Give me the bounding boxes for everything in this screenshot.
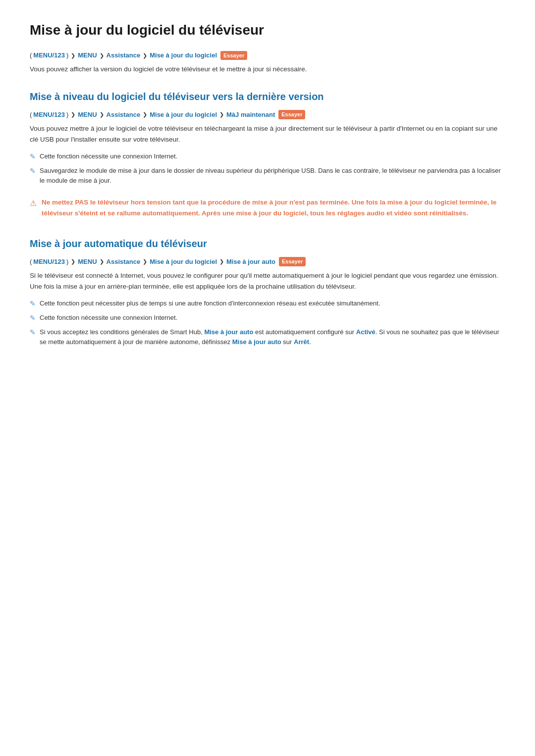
essayer-badge-s2: Essayer: [279, 257, 306, 266]
note3-link2: Activé: [356, 328, 375, 336]
note-text-2: Sauvegardez le module de mise à jour dan…: [40, 166, 505, 185]
pencil-icon-2: ✎: [30, 166, 36, 176]
breadcrumb-menu-num: MENU/123: [33, 50, 65, 60]
section1: Mise à niveau du logiciel du téléviseur …: [30, 89, 505, 224]
note-item: ✎ Cette fonction nécessite une connexion…: [30, 151, 505, 162]
section2-intro: Si le téléviseur est connecté à Internet…: [30, 270, 505, 292]
bc1-arrow1: ❯: [71, 110, 75, 119]
note3-link1: Mise à jour auto: [204, 328, 253, 336]
note3-end-before: sur: [281, 338, 294, 346]
note-item: ✎ Cette fonction peut nécessiter plus de…: [30, 299, 505, 309]
bc1-suffix: ): [66, 110, 68, 120]
pencil-icon-s2-3: ✎: [30, 327, 36, 338]
breadcrumb-assistance: Assistance: [107, 50, 141, 60]
note3-middle: est automatiquement configuré sur: [253, 328, 356, 336]
section2-notes: ✎ Cette fonction peut nécessiter plus de…: [30, 299, 505, 347]
breadcrumb-arrow3: ❯: [143, 51, 147, 60]
note3-before: Si vous acceptez les conditions générale…: [40, 328, 204, 336]
breadcrumb-arrow2: ❯: [100, 51, 104, 60]
bc1-arrow3: ❯: [143, 110, 147, 119]
warning-icon: ⚠: [30, 198, 37, 209]
section1-notes: ✎ Cette fonction nécessite une connexion…: [30, 151, 505, 185]
bc1-assistance: Assistance: [107, 110, 141, 120]
bc1-prefix: (: [30, 110, 32, 120]
section1-title: Mise à niveau du logiciel du téléviseur …: [30, 89, 505, 104]
bc2-arrow3: ❯: [143, 257, 147, 266]
bc2-arrow1: ❯: [71, 257, 75, 266]
bc2-prefix: (: [30, 257, 32, 267]
bc2-logiciel: Mise à jour du logiciel: [150, 257, 217, 267]
pencil-icon-1: ✎: [30, 151, 36, 162]
note-text-s2-2: Cette fonction nécessite une connexion I…: [40, 313, 177, 323]
bc2-assistance: Assistance: [107, 257, 141, 267]
breadcrumb-menu: MENU: [78, 50, 97, 60]
breadcrumb-section2: ( MENU/123 ) ❯ MENU ❯ Assistance ❯ Mise …: [30, 257, 505, 267]
page-intro: Vous pouvez afficher la version du logic…: [30, 64, 505, 74]
bc2-arrow4: ❯: [219, 257, 224, 266]
note-item: ✎ Sauvegardez le module de mise à jour d…: [30, 166, 505, 185]
breadcrumb-section1: ( MENU/123 ) ❯ MENU ❯ Assistance ❯ Mise …: [30, 110, 505, 120]
essayer-badge-s1: Essayer: [278, 110, 305, 119]
breadcrumb-arrow1: ❯: [71, 51, 75, 60]
note3-link3: Mise à jour auto: [232, 338, 281, 346]
pencil-icon-s2-1: ✎: [30, 299, 36, 309]
bc1-menu: MENU: [78, 110, 97, 120]
page-title: Mise à jour du logiciel du téléviseur: [30, 20, 505, 41]
warning-text: Ne mettez PAS le téléviseur hors tension…: [42, 197, 505, 218]
breadcrumb-suffix: ): [66, 50, 68, 60]
bc1-maj: MàJ maintenant: [226, 110, 275, 120]
bc2-menu-num: MENU/123: [33, 257, 65, 267]
breadcrumb-main: ( MENU/123 ) ❯ MENU ❯ Assistance ❯ Mise …: [30, 50, 505, 60]
note-text-s2-1: Cette fonction peut nécessiter plus de t…: [40, 299, 380, 308]
note-text-1: Cette fonction nécessite une connexion I…: [40, 151, 177, 161]
warning-block: ⚠ Ne mettez PAS le téléviseur hors tensi…: [30, 192, 505, 223]
pencil-icon-s2-2: ✎: [30, 313, 36, 323]
bc1-arrow2: ❯: [100, 110, 104, 119]
section1-intro: Vous pouvez mettre à jour le logiciel de…: [30, 123, 505, 145]
note3-link4: Arrêt: [294, 338, 309, 346]
note-text-s2-3: Si vous acceptez les conditions générale…: [40, 327, 505, 347]
bc2-auto: Mise à jour auto: [226, 257, 275, 267]
essayer-badge-main: Essayer: [220, 51, 247, 60]
bc2-arrow2: ❯: [100, 257, 104, 266]
bc1-arrow4: ❯: [219, 110, 224, 119]
bc2-suffix: ): [66, 257, 68, 267]
note3-end: .: [309, 338, 311, 346]
breadcrumb-logiciel: Mise à jour du logiciel: [150, 50, 217, 60]
breadcrumb-prefix: (: [30, 50, 32, 60]
note-item: ✎ Cette fonction nécessite une connexion…: [30, 313, 505, 323]
note-item-complex: ✎ Si vous acceptez les conditions généra…: [30, 327, 505, 347]
bc1-menu-num: MENU/123: [33, 110, 65, 120]
section2-title: Mise à jour automatique du téléviseur: [30, 236, 505, 251]
section2: Mise à jour automatique du téléviseur ( …: [30, 236, 505, 347]
bc2-menu: MENU: [78, 257, 97, 267]
bc1-logiciel: Mise à jour du logiciel: [150, 110, 217, 120]
